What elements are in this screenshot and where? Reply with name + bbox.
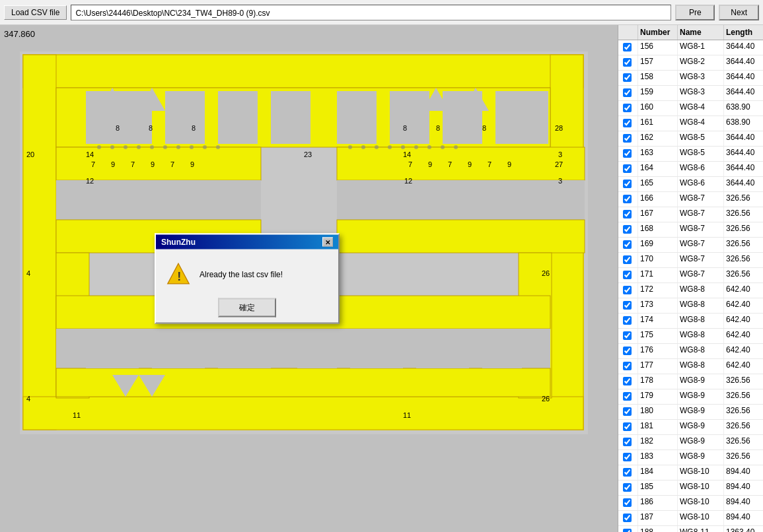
row-number: 164 [638, 162, 678, 176]
row-checkbox[interactable] [623, 43, 632, 51]
row-name: WG8-3 [678, 71, 724, 85]
alert-dialog: ShunZhu ✕ ! Already the last csv file! 確… [155, 234, 340, 324]
row-checkbox[interactable] [623, 119, 632, 127]
row-checkbox[interactable] [623, 149, 632, 158]
row-name: WG8-9 [678, 374, 724, 389]
row-checkbox[interactable] [623, 377, 632, 385]
row-length: 326.56 [724, 192, 763, 207]
row-checkbox[interactable] [623, 134, 632, 143]
row-checkbox[interactable] [623, 407, 632, 416]
row-checkbox[interactable] [623, 210, 632, 218]
row-number: 156 [638, 40, 678, 55]
row-checkbox[interactable] [623, 483, 632, 492]
table-row: 174WG8-8642.40 [618, 314, 763, 329]
row-name: WG8-9 [678, 435, 724, 449]
row-checkbox-cell [618, 405, 638, 419]
row-length: 326.56 [724, 207, 763, 222]
row-checkbox-cell [618, 511, 638, 525]
row-checkbox-cell [618, 481, 638, 495]
row-checkbox-cell [618, 344, 638, 358]
row-number: 162 [638, 131, 678, 146]
row-checkbox-cell [618, 389, 638, 404]
row-number: 176 [638, 344, 678, 358]
row-checkbox[interactable] [623, 422, 632, 431]
row-name: WG8-3 [678, 86, 724, 100]
row-checkbox-cell [618, 298, 638, 313]
row-checkbox[interactable] [623, 301, 632, 310]
table-row: 182WG8-9326.56 [618, 435, 763, 450]
row-checkbox-cell [618, 420, 638, 434]
row-checkbox-cell [618, 162, 638, 176]
row-number: 179 [638, 389, 678, 404]
right-panel: Number Name Length 156WG8-13644.40157WG8… [618, 25, 763, 532]
row-checkbox-cell [618, 40, 638, 55]
ok-button[interactable]: 確定 [218, 298, 276, 317]
row-checkbox-cell [618, 329, 638, 343]
next-button[interactable]: Next [719, 5, 759, 20]
row-name: WG8-7 [678, 222, 724, 237]
row-checkbox[interactable] [623, 514, 632, 522]
row-checkbox-cell [618, 268, 638, 283]
row-checkbox[interactable] [623, 316, 632, 325]
row-checkbox[interactable] [623, 468, 632, 477]
row-length: 3644.40 [724, 162, 763, 176]
row-checkbox-cell [618, 450, 638, 465]
row-checkbox[interactable] [623, 362, 632, 370]
row-name: WG8-7 [678, 253, 724, 267]
row-checkbox[interactable] [623, 392, 632, 401]
dialog-close-button[interactable]: ✕ [322, 238, 333, 247]
pre-button[interactable]: Pre [675, 5, 715, 20]
table-row: 166WG8-7326.56 [618, 192, 763, 207]
row-checkbox[interactable] [623, 331, 632, 340]
row-number: 167 [638, 207, 678, 222]
load-csv-button[interactable]: Load CSV file [4, 5, 67, 20]
table-row: 180WG8-9326.56 [618, 405, 763, 420]
row-number: 160 [638, 101, 678, 116]
row-checkbox[interactable] [623, 88, 632, 97]
table-row: 165WG8-63644.40 [618, 177, 763, 192]
row-number: 187 [638, 511, 678, 525]
table-body: 156WG8-13644.40157WG8-23644.40158WG8-336… [618, 40, 763, 532]
table-row: 157WG8-23644.40 [618, 55, 763, 71]
row-checkbox[interactable] [623, 195, 632, 203]
row-checkbox[interactable] [623, 453, 632, 461]
row-checkbox-cell [618, 55, 638, 70]
row-checkbox[interactable] [623, 529, 632, 532]
row-checkbox[interactable] [623, 255, 632, 264]
row-checkbox-cell [618, 465, 638, 480]
row-length: 3644.40 [724, 177, 763, 191]
row-checkbox[interactable] [623, 225, 632, 234]
table-row: 177WG8-8642.40 [618, 359, 763, 374]
row-name: WG8-6 [678, 162, 724, 176]
row-checkbox[interactable] [623, 58, 632, 67]
table-row: 173WG8-8642.40 [618, 298, 763, 314]
row-number: 171 [638, 268, 678, 283]
row-checkbox[interactable] [623, 104, 632, 112]
row-checkbox-cell [618, 192, 638, 207]
row-checkbox[interactable] [623, 164, 632, 173]
row-name: WG8-10 [678, 511, 724, 525]
row-checkbox[interactable] [623, 180, 632, 188]
row-length: 3644.40 [724, 71, 763, 85]
row-length: 894.40 [724, 511, 763, 525]
table-row: 185WG8-10894.40 [618, 481, 763, 496]
row-checkbox[interactable] [623, 73, 632, 82]
row-checkbox-cell [618, 71, 638, 85]
row-number: 186 [638, 496, 678, 510]
dialog-overlay: ShunZhu ✕ ! Already the last csv file! 確… [0, 25, 618, 532]
row-checkbox[interactable] [623, 498, 632, 507]
row-checkbox[interactable] [623, 240, 632, 249]
row-length: 3644.40 [724, 40, 763, 55]
row-name: WG8-5 [678, 131, 724, 146]
row-checkbox[interactable] [623, 286, 632, 294]
row-length: 326.56 [724, 389, 763, 404]
row-checkbox-cell [618, 314, 638, 328]
row-checkbox[interactable] [623, 271, 632, 279]
row-checkbox[interactable] [623, 347, 632, 355]
row-length: 326.56 [724, 435, 763, 449]
table-header: Number Name Length [618, 25, 763, 40]
row-length: 326.56 [724, 450, 763, 465]
row-checkbox[interactable] [623, 438, 632, 446]
row-checkbox-cell [618, 359, 638, 374]
row-length: 642.40 [724, 359, 763, 374]
